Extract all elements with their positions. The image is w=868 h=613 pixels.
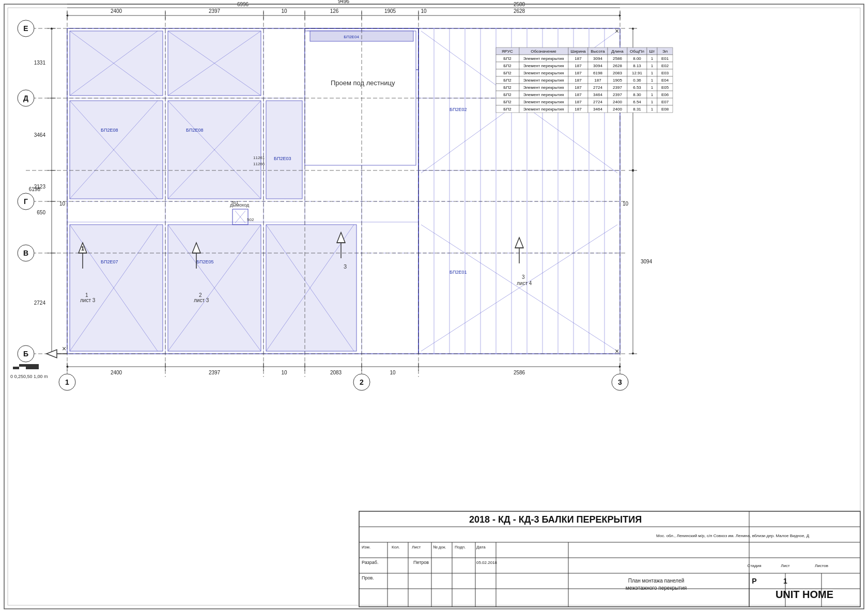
svg-text:Е03: Е03 — [661, 71, 669, 75]
svg-text:БП2: БП2 — [503, 64, 512, 68]
svg-text:9496: 9496 — [338, 0, 350, 4]
svg-text:2083: 2083 — [330, 370, 342, 375]
svg-text:БП2: БП2 — [503, 85, 512, 90]
svg-rect-189 — [13, 367, 19, 369]
svg-text:Элемент перекрытия: Элемент перекрытия — [523, 71, 564, 75]
svg-text:187: 187 — [575, 64, 582, 68]
svg-text:Дата: Дата — [476, 545, 486, 549]
svg-text:1: 1 — [651, 56, 654, 61]
svg-text:План монтажа панелей: План монтажа панелей — [628, 578, 685, 584]
svg-text:2400: 2400 — [111, 370, 122, 375]
svg-text:БП2: БП2 — [503, 71, 512, 75]
svg-text:БП2Е08: БП2Е08 — [186, 128, 203, 133]
svg-text:10: 10 — [421, 8, 427, 14]
svg-text:Проем под лестницу: Проем под лестницу — [331, 79, 395, 87]
svg-text:126: 126 — [330, 8, 339, 14]
svg-text:Шт: Шт — [649, 49, 655, 54]
svg-text:2397: 2397 — [209, 370, 221, 375]
svg-text:8.31: 8.31 — [633, 107, 641, 112]
svg-text:2397: 2397 — [613, 92, 622, 97]
svg-rect-190 — [19, 367, 26, 369]
svg-text:Е08: Е08 — [661, 107, 669, 112]
svg-text:Е02: Е02 — [661, 64, 669, 68]
svg-text:3: 3 — [522, 274, 525, 280]
svg-text:10: 10 — [390, 370, 396, 375]
svg-text:Листов: Листов — [815, 563, 828, 568]
svg-text:БП2: БП2 — [503, 100, 512, 104]
svg-text:8.30: 8.30 — [633, 92, 641, 97]
svg-text:2724: 2724 — [34, 300, 46, 306]
svg-text:ЯРУС: ЯРУС — [502, 49, 513, 54]
svg-text:187: 187 — [575, 100, 582, 104]
page: .dim-line { stroke: #3333aa; stroke-widt… — [0, 0, 868, 613]
svg-text:Мос. обл., Ленинский м/р, с/п : Мос. обл., Ленинский м/р, с/п Совхоз им.… — [656, 533, 810, 538]
svg-text:БП2Е02: БП2Е02 — [450, 107, 467, 112]
svg-text:187: 187 — [575, 71, 582, 75]
svg-text:10: 10 — [623, 201, 629, 207]
svg-text:6.54: 6.54 — [633, 100, 641, 104]
main-drawing: .dim-line { stroke: #3333aa; stroke-widt… — [0, 0, 868, 613]
svg-text:3: 3 — [618, 378, 622, 386]
svg-text:Обозначение: Обозначение — [531, 49, 556, 54]
svg-text:187: 187 — [594, 78, 601, 83]
svg-text:БП2Е08: БП2Е08 — [101, 128, 118, 133]
svg-text:10: 10 — [281, 370, 287, 375]
svg-text:Изм.: Изм. — [362, 545, 370, 549]
svg-text:2: 2 — [360, 378, 364, 386]
svg-text:БП2: БП2 — [503, 92, 512, 97]
svg-text:2397: 2397 — [209, 8, 221, 14]
svg-text:БП2Е05: БП2Е05 — [196, 259, 213, 264]
svg-text:187: 187 — [575, 85, 582, 90]
svg-text:1: 1 — [651, 85, 654, 90]
svg-text:БП2: БП2 — [503, 56, 512, 61]
svg-text:Лист: Лист — [781, 563, 790, 568]
svg-text:×: × — [62, 344, 66, 353]
svg-text:Высота: Высота — [591, 49, 605, 54]
svg-text:1905: 1905 — [613, 78, 622, 83]
svg-text:Р: Р — [752, 577, 756, 585]
svg-text:2400: 2400 — [613, 107, 622, 112]
svg-text:12.91: 12.91 — [632, 71, 643, 75]
svg-rect-34 — [266, 101, 302, 199]
svg-rect-188 — [19, 364, 26, 367]
svg-text:Элемент перекрытия: Элемент перекрытия — [523, 64, 564, 68]
svg-text:2586: 2586 — [613, 56, 622, 61]
svg-text:2628: 2628 — [514, 8, 525, 14]
svg-text:3464: 3464 — [593, 92, 602, 97]
svg-text:Элемент перекрытия: Элемент перекрытия — [523, 78, 564, 83]
svg-text:×: × — [615, 27, 619, 35]
svg-text:В: В — [23, 249, 28, 257]
svg-text:11266: 11266 — [253, 162, 265, 166]
svg-text:Д: Д — [23, 94, 28, 102]
svg-text:187: 187 — [575, 56, 582, 61]
svg-text:3464: 3464 — [593, 107, 602, 112]
svg-rect-32 — [70, 101, 163, 199]
svg-text:Г: Г — [24, 197, 28, 206]
svg-text:БП2: БП2 — [503, 107, 512, 112]
svg-text:Элемент перекрытия: Элемент перекрытия — [523, 85, 564, 90]
svg-text:лист 3: лист 3 — [80, 297, 96, 303]
svg-text:3: 3 — [344, 263, 347, 270]
svg-text:×: × — [615, 347, 619, 355]
svg-text:502: 502 — [247, 217, 254, 222]
svg-text:187: 187 — [575, 107, 582, 112]
svg-text:Элемент перекрытия: Элемент перекрытия — [523, 107, 564, 112]
svg-text:Элемент перекрытия: Элемент перекрытия — [523, 56, 564, 61]
svg-text:Кол.: Кол. — [392, 545, 400, 549]
svg-text:650: 650 — [37, 210, 45, 215]
svg-text:Е04: Е04 — [661, 78, 669, 83]
svg-text:БП2: БП2 — [503, 78, 512, 83]
svg-text:2628: 2628 — [613, 64, 622, 68]
svg-text:10: 10 — [59, 201, 66, 207]
svg-text:№ дoк.: № дoк. — [433, 545, 446, 549]
svg-text:лист 3: лист 3 — [194, 297, 209, 303]
svg-text:Разраб.: Разраб. — [362, 560, 378, 565]
svg-rect-29 — [70, 31, 163, 96]
svg-text:2586: 2586 — [514, 370, 525, 375]
svg-text:1: 1 — [783, 577, 787, 585]
svg-text:Е01: Е01 — [661, 56, 669, 61]
svg-text:6.53: 6.53 — [633, 85, 641, 90]
svg-text:1: 1 — [651, 64, 654, 68]
svg-text:Б: Б — [23, 350, 28, 358]
svg-text:Стадия: Стадия — [747, 563, 761, 568]
